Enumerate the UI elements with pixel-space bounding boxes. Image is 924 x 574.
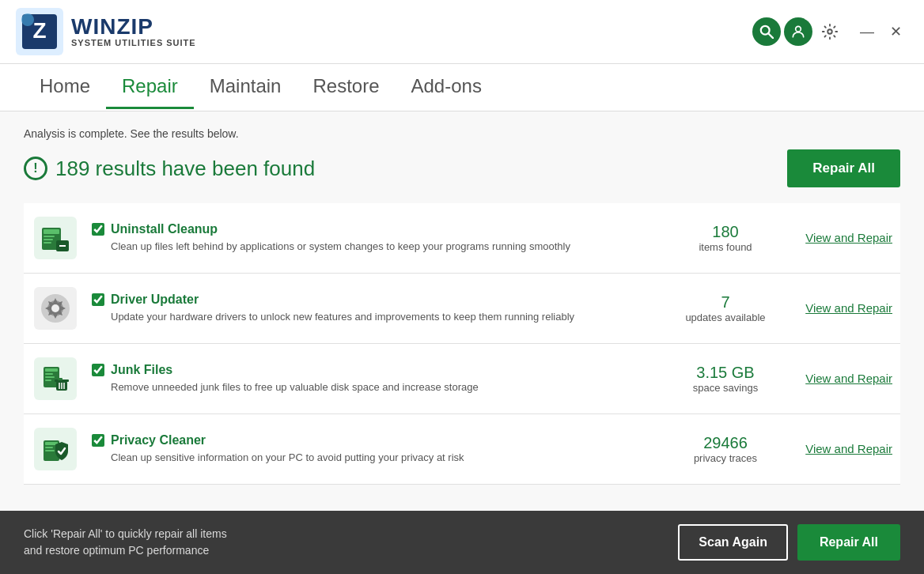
main-content: Analysis is complete. See the results be… <box>0 111 924 511</box>
nav-item-addons[interactable]: Add-ons <box>396 66 498 109</box>
item-title-row-junk: Junk Files <box>92 363 661 377</box>
item-title-privacy: Privacy Cleaner <box>111 433 206 447</box>
item-title-driver: Driver Updater <box>111 293 199 307</box>
item-info-driver: Driver Updater Update your hardware driv… <box>92 293 661 324</box>
item-stats-driver: 7 updates available <box>674 293 777 323</box>
results-count-icon: ! <box>24 157 47 180</box>
results-count-text: 189 results have been found <box>55 157 315 181</box>
result-item-driver-updater: Driver Updater Update your hardware driv… <box>24 274 900 344</box>
footer-text-line1: Click 'Repair All' to quickly repair all… <box>24 526 227 542</box>
item-icon-privacy <box>32 425 79 473</box>
settings-button[interactable] <box>816 17 844 46</box>
footer-text: Click 'Repair All' to quickly repair all… <box>24 526 227 559</box>
stat-label-junk: space savings <box>674 382 777 394</box>
item-icon-junk <box>32 355 79 402</box>
user-icon <box>790 24 806 40</box>
svg-point-6 <box>796 26 801 32</box>
svg-rect-13 <box>44 242 51 244</box>
view-repair-button-privacy[interactable]: View and Repair <box>805 442 892 455</box>
stat-label-privacy: privacy traces <box>674 452 777 464</box>
item-icon-driver <box>32 285 79 332</box>
svg-rect-23 <box>45 373 53 375</box>
item-title-row-uninstall: Uninstall Cleanup <box>92 222 661 236</box>
result-item-uninstall-cleanup: Uninstall Cleanup Clean up files left be… <box>24 203 900 274</box>
svg-rect-12 <box>44 239 53 240</box>
results-list: Uninstall Cleanup Clean up files left be… <box>24 203 900 485</box>
privacy-icon <box>34 428 77 470</box>
result-item-junk-files: Junk Files Remove unneeded junk files to… <box>24 344 900 414</box>
item-title-row-driver: Driver Updater <box>92 293 661 307</box>
stat-number-privacy: 29466 <box>674 434 777 452</box>
svg-rect-36 <box>45 450 55 451</box>
item-desc-privacy: Clean up sensitive information on your P… <box>111 451 661 465</box>
app-header: Z WINZIP SYSTEM UTILITIES SUITE <box>0 0 924 64</box>
item-info-privacy: Privacy Cleaner Clean up sensitive infor… <box>92 433 661 465</box>
stat-number-driver: 7 <box>674 293 777 312</box>
nav-item-restore[interactable]: Restore <box>297 66 395 109</box>
nav-item-home[interactable]: Home <box>24 66 106 109</box>
item-title-row-privacy: Privacy Cleaner <box>92 433 661 447</box>
nav-item-repair[interactable]: Repair <box>106 66 194 109</box>
minimize-button[interactable]: — <box>854 22 880 42</box>
logo-area: Z WINZIP SYSTEM UTILITIES SUITE <box>16 8 196 55</box>
results-title-area: ! 189 results have been found <box>24 157 315 181</box>
view-repair-button-junk[interactable]: View and Repair <box>805 372 892 385</box>
item-desc-junk: Remove unneeded junk files to free up va… <box>111 380 661 395</box>
svg-line-5 <box>769 34 773 38</box>
scan-again-button[interactable]: Scan Again <box>678 524 788 561</box>
svg-rect-28 <box>58 378 62 380</box>
svg-point-7 <box>827 29 832 34</box>
item-title-junk: Junk Files <box>111 363 172 377</box>
item-stats-uninstall: 180 items found <box>674 223 777 253</box>
stat-number-uninstall: 180 <box>674 223 777 241</box>
results-header: ! 189 results have been found Repair All <box>24 149 900 187</box>
user-button[interactable] <box>784 17 812 46</box>
logo-text: WINZIP SYSTEM UTILITIES SUITE <box>71 16 196 47</box>
view-repair-button-driver[interactable]: View and Repair <box>805 301 892 315</box>
driver-icon <box>34 287 77 330</box>
analysis-status-text: Analysis is complete. See the results be… <box>24 127 900 140</box>
logo-subtitle: SYSTEM UTILITIES SUITE <box>71 38 196 47</box>
window-controls: — ✕ <box>854 21 908 42</box>
repair-all-button-footer[interactable]: Repair All <box>797 524 900 561</box>
uninstall-icon <box>34 217 77 259</box>
stat-label-uninstall: items found <box>674 241 777 253</box>
item-checkbox-uninstall[interactable] <box>92 223 104 236</box>
svg-rect-22 <box>45 368 58 372</box>
item-title-uninstall: Uninstall Cleanup <box>111 222 218 236</box>
settings-icon <box>821 23 839 40</box>
svg-point-19 <box>51 304 59 312</box>
item-action-junk: View and Repair <box>790 372 892 386</box>
svg-text:Z: Z <box>32 18 46 43</box>
logo-winzip: WINZIP <box>71 16 196 38</box>
search-button[interactable] <box>752 17 781 46</box>
item-checkbox-driver[interactable] <box>92 293 104 306</box>
item-checkbox-privacy[interactable] <box>92 434 104 447</box>
item-info-junk: Junk Files Remove unneeded junk files to… <box>92 363 661 395</box>
svg-rect-24 <box>45 376 55 378</box>
nav-item-maintain[interactable]: Maintain <box>194 66 297 109</box>
item-action-privacy: View and Repair <box>790 442 892 456</box>
svg-rect-11 <box>44 236 55 237</box>
item-icon-uninstall <box>32 214 79 262</box>
footer-bar: Click 'Repair All' to quickly repair all… <box>0 511 924 574</box>
junk-files-icon <box>34 357 77 400</box>
item-action-uninstall: View and Repair <box>790 231 892 245</box>
item-checkbox-junk[interactable] <box>92 364 104 376</box>
svg-rect-35 <box>45 447 53 448</box>
item-info-uninstall: Uninstall Cleanup Clean up files left be… <box>92 222 661 254</box>
svg-point-3 <box>21 13 34 26</box>
svg-rect-10 <box>44 229 59 234</box>
footer-text-line2: and restore optimum PC performance <box>24 542 227 559</box>
app-logo-icon: Z <box>16 8 63 55</box>
footer-buttons: Scan Again Repair All <box>678 524 900 561</box>
item-desc-driver: Update your hardware drivers to unlock n… <box>111 310 661 324</box>
item-stats-privacy: 29466 privacy traces <box>674 434 777 464</box>
view-repair-button-uninstall[interactable]: View and Repair <box>805 231 892 244</box>
result-item-privacy-cleaner: Privacy Cleaner Clean up sensitive infor… <box>24 414 900 485</box>
search-icon <box>759 25 774 39</box>
item-desc-uninstall: Clean up files left behind by applicatio… <box>111 240 661 254</box>
item-action-driver: View and Repair <box>790 301 892 315</box>
repair-all-button-top[interactable]: Repair All <box>787 149 900 187</box>
close-button[interactable]: ✕ <box>884 21 908 42</box>
